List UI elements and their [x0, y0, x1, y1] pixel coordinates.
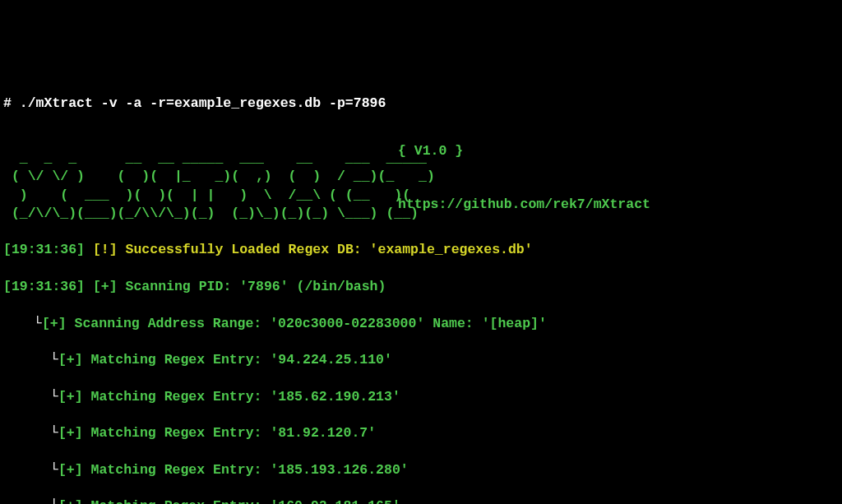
github-link[interactable]: https://github.com/rek7/mXtract [398, 196, 650, 214]
version-tag: { V1.0 } [398, 142, 463, 160]
match-entry: └[+] Matching Regex Entry: '185.193.126.… [50, 461, 839, 479]
log-loaded: [19:31:36] [!] Successfully Loaded Regex… [3, 241, 839, 259]
match-entry: └[+] Matching Regex Entry: '185.62.190.2… [50, 388, 839, 406]
match-entry: └[+] Matching Regex Entry: '81.92.120.7' [50, 424, 839, 442]
command-line: # ./mXtract -v -a -r=example_regexes.db … [3, 95, 839, 113]
match-entry: └[+] Matching Regex Entry: '94.224.25.11… [50, 351, 839, 369]
log-scanning-pid: [19:31:36] [+] Scanning PID: '7896' (/bi… [3, 278, 839, 296]
match-entry: └[+] Matching Regex Entry: '160.92.181.1… [50, 497, 839, 504]
terminal-output: # ./mXtract -v -a -r=example_regexes.db … [3, 76, 839, 504]
ascii-logo: _ _ _ __ __ _____ ___ __ ___ _____ ( \/ … [3, 150, 435, 221]
scan-range-heap: └[+] Scanning Address Range: '020c3000-0… [34, 315, 839, 333]
